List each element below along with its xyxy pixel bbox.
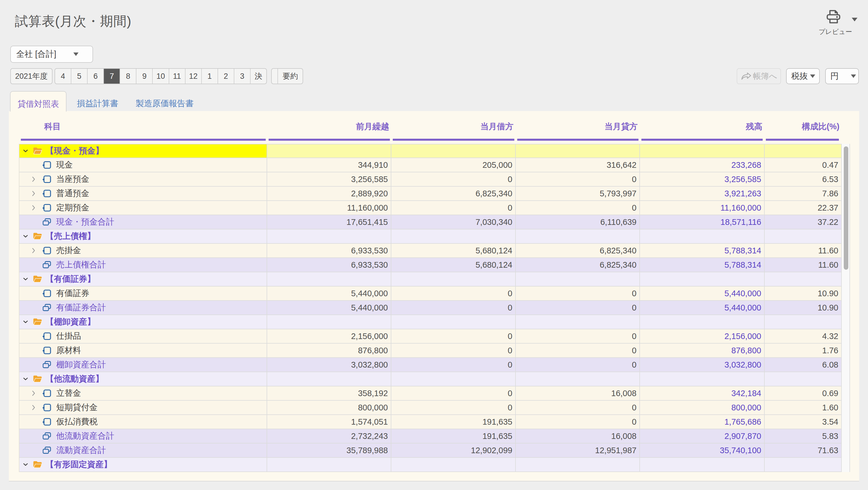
table-row[interactable]: 売掛金 6,933,530 5,680,124 6,825,340 5,788,… [19,244,850,258]
table-row[interactable]: 有価証券 5,440,000 0 0 5,440,000 10.90 [19,286,850,301]
column-header-composition-ratio[interactable]: 構成比(%) [765,121,839,132]
currency-value: 円 [830,70,839,82]
table-row[interactable]: 【有価証券】 [19,272,850,286]
account-name-cell[interactable]: 原材料 [19,344,267,358]
account-name-cell[interactable]: 仕掛品 [19,329,267,344]
table-row[interactable]: 現金・預金合計 17,651,415 7,030,340 6,110,639 1… [19,215,850,229]
account-name-cell[interactable]: 有価証券合計 [19,301,267,315]
summary-button[interactable]: 要約 [278,69,303,84]
account-name-cell[interactable]: 短期貸付金 [19,401,267,415]
chevron-right-icon[interactable] [32,248,35,253]
month-button-1[interactable]: 1 [202,69,218,84]
print-preview-button[interactable]: プレビュー [818,8,848,38]
table-row[interactable]: 有価証券合計 5,440,000 0 0 5,440,000 10.90 [19,301,850,315]
table-row[interactable]: 普通預金 2,889,920 6,825,340 5,793,997 3,921… [19,187,850,201]
account-name-cell[interactable]: 流動資産合計 [19,443,267,458]
summary-toggle-handle[interactable] [272,69,278,84]
account-name-cell[interactable]: 売上債権合計 [19,258,267,272]
account-name-cell[interactable]: 【現金・預金】 [19,144,267,158]
table-row[interactable]: 【有形固定資産】 [19,458,850,472]
chevron-right-icon[interactable] [32,405,35,410]
fiscal-year-button[interactable]: 2021年度 [10,68,53,84]
prev-month-balance-value: 876,800 [267,344,391,358]
month-button-4[interactable]: 4 [55,69,71,84]
account-name-cell[interactable]: 棚卸資産合計 [19,358,267,372]
chevron-right-icon[interactable] [32,191,35,196]
balance-value: 3,921,263 [640,187,765,201]
table-row[interactable]: 売上債権合計 6,933,530 5,680,124 6,825,340 5,7… [19,258,850,272]
account-name-cell[interactable]: 有価証券 [19,286,267,301]
account-name-cell[interactable]: 【有価証券】 [19,272,267,286]
month-button-12[interactable]: 12 [186,69,202,84]
account-name-cell[interactable]: 定期預金 [19,201,267,215]
account-name-cell[interactable]: 他流動資産合計 [19,429,267,443]
table-row[interactable]: 他流動資産合計 2,732,243 191,635 16,008 2,907,8… [19,429,850,443]
account-name-cell[interactable]: 立替金 [19,387,267,401]
table-row[interactable]: 定期預金 11,160,000 0 0 11,160,000 22.37 [19,201,850,215]
chevron-down-icon[interactable] [23,320,28,323]
account-name-cell[interactable]: 【売上債権】 [19,229,267,244]
month-button-11[interactable]: 11 [169,69,186,84]
month-credit-value: 0 [516,172,640,187]
account-name-cell[interactable]: 普通預金 [19,187,267,201]
column-header-account[interactable]: 科目 [44,121,61,132]
account-name-cell[interactable]: 【棚卸資産】 [19,315,267,329]
account-name-cell[interactable]: 仮払消費税 [19,415,267,429]
column-header-prev-month-balance[interactable]: 前月繰越 [267,121,389,132]
account-name-cell[interactable]: 売掛金 [19,244,267,258]
account-name-cell[interactable]: 当座預金 [19,172,267,187]
column-header-balance[interactable]: 残高 [640,121,763,132]
month-button-10[interactable]: 10 [153,69,169,84]
table-row[interactable]: 仮払消費税 1,574,051 191,635 0 1,765,686 3.54 [19,415,850,429]
to-ledger-label: 帳簿へ [753,71,777,82]
table-row[interactable]: 【売上債権】 [19,229,850,244]
account-name-cell[interactable]: 【他流動資産】 [19,372,267,387]
balance-value [640,229,765,244]
tab-profit-loss[interactable]: 損益計算書 [72,91,123,111]
table-row[interactable]: 現金 344,910 205,000 316,642 233,268 0.47 [19,158,850,172]
tab-manufacturing-cost[interactable]: 製造原価報告書 [133,91,196,111]
table-row[interactable]: 【棚卸資産】 [19,315,850,329]
month-button-5[interactable]: 5 [71,69,88,84]
account-name-cell[interactable]: 現金・預金合計 [19,215,267,229]
table-row[interactable]: 原材料 876,800 0 0 876,800 1.76 [19,344,850,358]
share-arrow-icon [741,72,751,81]
chevron-right-icon[interactable] [32,205,35,211]
to-ledger-button[interactable]: 帳簿へ [737,68,781,84]
chevron-down-icon[interactable] [23,463,28,466]
column-header-month-credit[interactable]: 当月貸方 [516,121,638,132]
account-name-cell[interactable]: 【有形固定資産】 [19,458,267,472]
tax-mode-select[interactable]: 税抜 [786,68,820,84]
table-scrollbar-thumb[interactable] [844,146,848,270]
column-header-month-debit[interactable]: 当月借方 [391,121,514,132]
currency-select[interactable]: 円 [825,68,859,84]
table-row[interactable]: 立替金 358,192 0 16,008 342,184 0.69 [19,387,850,401]
prev-month-balance-value: 344,910 [267,158,391,172]
table-row[interactable]: 【現金・預金】 [19,144,850,158]
month-button-9[interactable]: 9 [136,69,153,84]
balance-value: 18,571,116 [640,215,765,229]
chevron-right-icon[interactable] [32,390,35,396]
month-button-8[interactable]: 8 [120,69,136,84]
chevron-down-icon[interactable] [23,235,28,238]
company-select[interactable]: 全社 [合計] [10,45,93,63]
table-row[interactable]: 仕掛品 2,156,000 0 0 2,156,000 4.32 [19,329,850,344]
table-row[interactable]: 【他流動資産】 [19,372,850,387]
month-button-2[interactable]: 2 [218,69,234,84]
table-row[interactable]: 当座預金 3,256,585 0 0 3,256,585 6.53 [19,172,850,187]
tab-balance-sheet[interactable]: 貸借対照表 [10,91,66,112]
table-row[interactable]: 流動資産合計 35,789,988 12,902,099 12,951,987 … [19,443,850,458]
table-row[interactable]: 短期貸付金 800,000 0 0 800,000 1.60 [19,401,850,415]
account-icon [42,247,51,254]
chevron-down-icon[interactable] [23,377,28,380]
month-button-7[interactable]: 7 [104,69,120,84]
chevron-down-icon[interactable] [23,278,28,280]
chevron-right-icon[interactable] [32,176,35,182]
chevron-down-icon[interactable] [23,150,28,152]
month-button-6[interactable]: 6 [88,69,104,84]
month-button-3[interactable]: 3 [234,69,251,84]
table-row[interactable]: 棚卸資産合計 3,032,800 0 0 3,032,800 6.08 [19,358,850,372]
print-menu-caret-icon[interactable] [852,18,858,22]
account-name-cell[interactable]: 現金 [19,158,267,172]
month-button-決[interactable]: 決 [251,69,266,84]
